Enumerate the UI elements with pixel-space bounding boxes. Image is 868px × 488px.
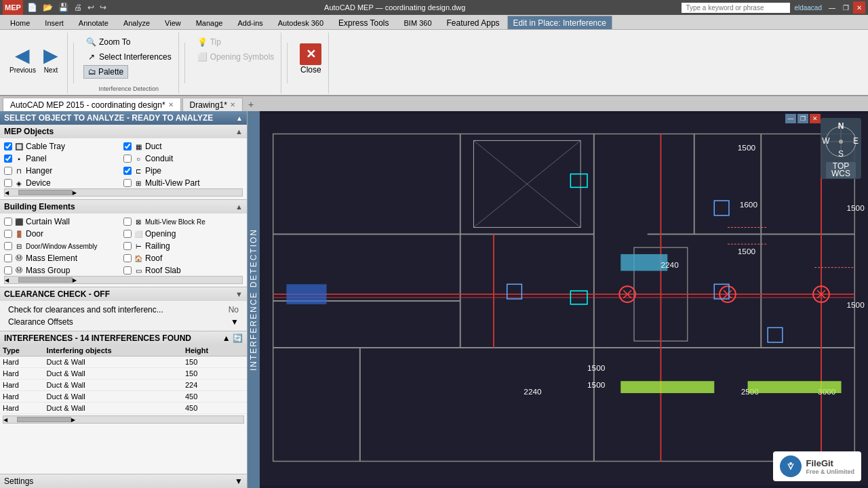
canvas-minimize[interactable]: — [785, 114, 796, 123]
interferences-header[interactable]: INTERFERENCES - 14 INTERFERENCES FOUND ▲… [0, 331, 247, 345]
check-roof[interactable]: 🏠Roof [123, 253, 243, 264]
cell-height: 450 [182, 403, 239, 414]
table-row[interactable]: HardDuct & Wall150 [0, 368, 247, 380]
clearance-header[interactable]: CLEARANCE CHECK - OFF ▼ [0, 287, 247, 301]
tab-manage[interactable]: Manage [189, 16, 231, 29]
settings-button[interactable]: Settings ▼ [0, 474, 247, 488]
check-curtain-wall[interactable]: ⬛Curtain Wall [4, 216, 123, 227]
check-panel[interactable]: ▪Panel [4, 153, 123, 164]
check-door[interactable]: 🚪Door [4, 228, 123, 239]
select-interferences-button[interactable]: ↗ Select Interferences [83, 50, 174, 64]
check-door-window-assembly[interactable]: ⊟Door/Window Assembly [4, 241, 123, 251]
doc-tab-0-close[interactable]: ✕ [168, 101, 174, 108]
main-content: SELECT OBJECT TO ANALYZE - READY TO ANAL… [0, 111, 868, 488]
interferences-table-wrapper[interactable]: Type Interfering objects Height HardDuct… [0, 345, 247, 414]
tab-bim360[interactable]: BIM 360 [397, 16, 439, 29]
doc-tab-0[interactable]: AutoCAD MEP 2015 - coordinating design* … [3, 98, 181, 111]
clearance-check-row: Check for clearances and soft interferen… [4, 304, 243, 316]
zoom-to-button[interactable]: 🔍 Zoom To [83, 35, 133, 49]
save-icon[interactable]: 💾 [57, 2, 70, 13]
tab-autodesk360[interactable]: Autodesk 360 [271, 16, 331, 29]
mep-objects-list: 🔲Cable Tray ▦Duct ▪Panel ○Conduit ⊓Hange… [4, 141, 243, 188]
close-button[interactable]: ✕ Close [297, 41, 324, 77]
mep-objects-collapse[interactable]: ▲ [235, 127, 243, 136]
doc-tab-add-button[interactable]: + [244, 98, 258, 111]
cell-objects: Duct & Wall [44, 391, 182, 403]
hscroll-thumb[interactable] [18, 190, 73, 195]
table-row[interactable]: HardDuct & Wall450 [0, 403, 247, 414]
mep-scroll[interactable]: ◀ ▶ [4, 188, 243, 197]
tab-view[interactable]: View [157, 16, 189, 29]
tab-home[interactable]: Home [3, 16, 37, 29]
close-window-button[interactable]: ✕ [853, 1, 865, 14]
select-icon: ↗ [86, 52, 97, 62]
previous-button[interactable]: ◀ Previous [7, 41, 39, 77]
building-elements-collapse[interactable]: ▲ [235, 203, 243, 211]
cell-objects: Duct & Wall [44, 357, 182, 368]
clearance-collapse[interactable]: ▼ [235, 290, 243, 298]
restore-button[interactable]: ❐ [840, 1, 852, 14]
check-cable-tray[interactable]: 🔲Cable Tray [4, 141, 123, 152]
building-hscroll-thumb[interactable] [18, 277, 73, 283]
check-mass-element[interactable]: ⓂMass Element [4, 253, 123, 264]
svg-rect-0 [260, 114, 868, 485]
tip-button[interactable]: 💡 Tip [195, 35, 224, 49]
tab-featured-apps[interactable]: Featured Apps [439, 16, 507, 29]
next-button[interactable]: ▶ Next [39, 41, 63, 77]
table-hscroll[interactable]: ◀ ▶ [3, 415, 244, 424]
undo-icon[interactable]: ↩ [86, 2, 96, 13]
drawing-canvas[interactable]: 1500 1500 1600 1500 1500 2240 2240 2500 … [260, 111, 868, 488]
hscroll-right-arrow[interactable]: ▶ [73, 190, 77, 196]
cell-objects: Duct & Wall [44, 403, 182, 414]
tab-edit-interference[interactable]: Edit in Place: Interference [507, 16, 612, 29]
check-mass-group[interactable]: ⓂMass Group [4, 265, 123, 276]
building-hscroll-right[interactable]: ▶ [73, 277, 77, 283]
open-icon[interactable]: 📂 [41, 2, 54, 13]
palette-button[interactable]: 🗂 Palette [83, 65, 128, 79]
print-icon[interactable]: 🖨 [73, 2, 83, 13]
check-multiview-part[interactable]: ⊞Multi-View Part [123, 178, 243, 188]
doc-tab-1-close[interactable]: ✕ [230, 101, 235, 108]
building-elements-header[interactable]: Building Elements ▲ [0, 200, 247, 214]
tab-express-tools[interactable]: Express Tools [331, 16, 396, 29]
doc-tab-1[interactable]: Drawing1* ✕ [182, 98, 243, 111]
table-hscroll-right[interactable]: ▶ [71, 417, 75, 423]
new-icon[interactable]: 📄 [26, 2, 39, 13]
tab-annotate[interactable]: Annotate [71, 16, 116, 29]
panel-collapse-button[interactable]: ▲ [236, 115, 243, 122]
canvas-restore[interactable]: ❐ [797, 114, 808, 123]
clearance-check-value: No [229, 305, 239, 314]
interferences-collapse[interactable]: ▲ 🔄 [222, 333, 243, 343]
table-row[interactable]: HardDuct & Wall224 [0, 380, 247, 391]
zoom-icon: 🔍 [86, 37, 97, 47]
check-opening[interactable]: ⬜Opening [123, 228, 243, 239]
check-duct[interactable]: ▦Duct [123, 141, 243, 152]
check-pipe[interactable]: ⊏Pipe [123, 165, 243, 176]
mep-objects-header[interactable]: MEP Objects ▲ [0, 125, 247, 138]
tab-analyze[interactable]: Analyze [116, 16, 157, 29]
table-row[interactable]: HardDuct & Wall150 [0, 357, 247, 368]
table-hscroll-left[interactable]: ◀ [3, 417, 7, 423]
tab-addins[interactable]: Add-ins [230, 16, 270, 29]
user-icon: eldaacad [793, 3, 823, 12]
building-hscroll-left[interactable]: ◀ [5, 277, 9, 283]
check-roof-slab[interactable]: ▭Roof Slab [123, 265, 243, 276]
search-input[interactable] [682, 3, 790, 13]
table-hscroll-thumb[interactable] [17, 417, 71, 422]
redo-icon[interactable]: ↪ [98, 2, 108, 13]
svg-text:1500: 1500 [738, 247, 756, 256]
minimize-button[interactable]: — [826, 1, 838, 14]
left-panel: SELECT OBJECT TO ANALYZE - READY TO ANAL… [0, 111, 248, 488]
check-device[interactable]: ◈Device [4, 178, 123, 188]
check-hanger[interactable]: ⊓Hanger [4, 165, 123, 176]
check-multiview-block[interactable]: ⊠Multi-View Block Re [123, 216, 243, 227]
table-row[interactable]: HardDuct & Wall450 [0, 391, 247, 403]
check-conduit[interactable]: ○Conduit [123, 153, 243, 164]
clearance-offsets-row[interactable]: Clearance Offsets ▼ [4, 316, 243, 328]
tab-insert[interactable]: Insert [37, 16, 71, 29]
opening-symbols-button[interactable]: ⬜ Opening Symbols [195, 50, 277, 64]
building-scroll[interactable]: ◀ ▶ [4, 276, 243, 284]
canvas-close[interactable]: ✕ [810, 114, 821, 123]
check-railing[interactable]: ⊢Railing [123, 241, 243, 251]
hscroll-left-arrow[interactable]: ◀ [5, 190, 9, 196]
